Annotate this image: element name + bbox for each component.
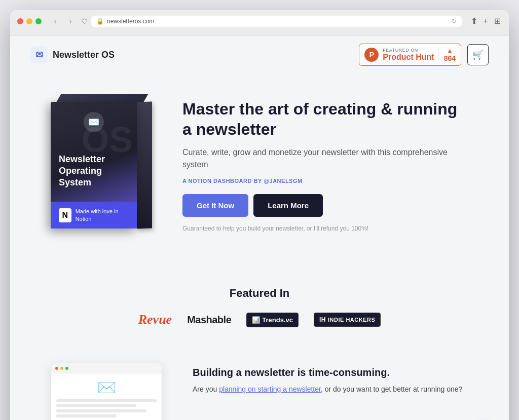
revue-logo: Revue [138, 312, 172, 327]
preview-dot-red [55, 367, 58, 370]
site-logo: ✉ Newsletter OS [30, 46, 115, 63]
ih-icon: IH [319, 316, 326, 323]
hero-text: Master the art of creating & running a n… [182, 99, 468, 232]
toolbar-right: ⬆ + ⊞ [470, 15, 502, 27]
ph-featured-label: FEATURED ON [383, 48, 434, 53]
browser-window: ‹ › 🛡 🔒 newsletteros.com ↻ ⬆ + ⊞ [10, 10, 509, 420]
product-hunt-icon: P [364, 48, 379, 62]
ph-votes: ▲ 864 [438, 47, 456, 62]
header-right: P FEATURED ON Product Hunt ▲ 864 🛒 [359, 44, 489, 66]
preview-browser-bar [51, 363, 162, 373]
back-button[interactable]: ‹ [49, 16, 62, 26]
shield-icon: 🛡 [81, 17, 88, 25]
box-watermark: OS [82, 122, 133, 158]
grid-button[interactable]: ⊞ [493, 15, 502, 27]
url-bar[interactable]: 🔒 newsletteros.com ↻ [91, 16, 462, 27]
preview-content-lines [56, 399, 157, 417]
cart-button[interactable]: 🛒 [467, 44, 489, 65]
preview-dot-yellow [60, 367, 63, 370]
new-tab-button[interactable]: + [483, 16, 489, 27]
hero-subheading: Curate, write, grow and monetize your ne… [182, 146, 468, 171]
browser-nav-controls: ‹ › [49, 16, 77, 26]
notion-logo: N [59, 208, 71, 222]
preview-content: ✉️ [51, 373, 162, 420]
bottom-paragraph: Are you planning on starting a newslette… [193, 384, 468, 395]
newsletter-link[interactable]: planning on starting a newsletter [219, 385, 321, 393]
product-hunt-text: FEATURED ON Product Hunt [383, 48, 434, 62]
share-button[interactable]: ⬆ [470, 15, 478, 27]
bottom-section: ✉️ Building a newsletter is time-consumi… [10, 348, 509, 420]
box-bottom-area: N Made with love in Notion [51, 202, 137, 228]
mashable-logo: Mashable [187, 314, 231, 326]
preview-screenshot: ✉️ [51, 363, 162, 420]
url-text: newsletteros.com [107, 18, 154, 25]
close-traffic-light[interactable] [17, 18, 23, 24]
bottom-text-area: Building a newsletter is time-consuming.… [193, 363, 468, 395]
ph-name: Product Hunt [383, 53, 434, 62]
preview-line-1 [56, 399, 157, 402]
bottom-para-end: , or do you want to get better at runnin… [321, 385, 462, 393]
hero-buttons: Get It Now Learn More [182, 194, 468, 217]
forward-button[interactable]: › [64, 16, 77, 26]
box-front-face: ✉️ OS Newsletter Operating System N Made… [51, 102, 137, 228]
traffic-lights [17, 18, 42, 24]
hero-product-image: ✉️ OS Newsletter Operating System N Made… [51, 94, 152, 236]
bottom-para-start: Are you [193, 385, 219, 393]
guarantee-text: Guaranteed to help you build your newsle… [182, 225, 468, 232]
preview-envelope-icon: ✉️ [97, 378, 116, 396]
notion-author: @JANELSGM [264, 178, 302, 184]
box-made-text: Made with love in Notion [76, 208, 129, 222]
refresh-icon[interactable]: ↻ [452, 18, 457, 25]
product-box-3d: ✉️ OS Newsletter Operating System N Made… [51, 94, 152, 236]
hero-heading: Master the art of creating & running a n… [182, 99, 468, 139]
hero-section: ✉️ OS Newsletter Operating System N Made… [10, 74, 509, 266]
preview-line-3 [56, 409, 146, 412]
minimize-traffic-light[interactable] [26, 18, 32, 24]
maximize-traffic-light[interactable] [35, 18, 42, 24]
trends-logo: 📊 Trends.vc [246, 313, 299, 327]
learn-more-button[interactable]: Learn More [253, 194, 323, 217]
featured-logos: Revue Mashable 📊 Trends.vc IH INDIE HACK… [41, 312, 478, 327]
preview-dot-green [65, 367, 68, 370]
featured-section: Featured In Revue Mashable 📊 Trends.vc I… [10, 266, 509, 348]
featured-title: Featured In [41, 287, 478, 300]
logo-icon: ✉ [30, 46, 48, 63]
get-it-now-button[interactable]: Get It Now [182, 194, 248, 217]
box-side-face [137, 101, 152, 228]
preview-line-2 [56, 404, 136, 407]
trends-text: Trends.vc [262, 316, 293, 324]
svg-text:✉: ✉ [35, 50, 43, 60]
cart-icon: 🛒 [472, 49, 484, 60]
bottom-heading: Building a newsletter is time-consuming. [193, 367, 468, 378]
address-bar: 🛡 🔒 newsletteros.com ↻ [81, 16, 462, 27]
indiehackers-logo: IH INDIE HACKERS [314, 313, 381, 327]
ih-text: INDIE HACKERS [328, 317, 375, 323]
upvote-arrow-icon: ▲ [447, 47, 453, 54]
preview-line-4 [56, 414, 117, 417]
site-logo-text: Newsletter OS [53, 50, 115, 60]
ph-vote-count: 864 [444, 54, 456, 62]
site-header: ✉ Newsletter OS P FEATURED ON Product Hu… [10, 35, 509, 74]
trends-icon: 📊 [252, 316, 260, 324]
lock-icon: 🔒 [96, 18, 104, 25]
page-content: ✉ Newsletter OS P FEATURED ON Product Hu… [10, 35, 509, 420]
notion-tag: A NOTION DASHBOARD BY @JANELSGM [182, 178, 468, 184]
product-hunt-badge[interactable]: P FEATURED ON Product Hunt ▲ 864 [359, 44, 461, 66]
browser-chrome: ‹ › 🛡 🔒 newsletteros.com ↻ ⬆ + ⊞ [10, 10, 509, 35]
